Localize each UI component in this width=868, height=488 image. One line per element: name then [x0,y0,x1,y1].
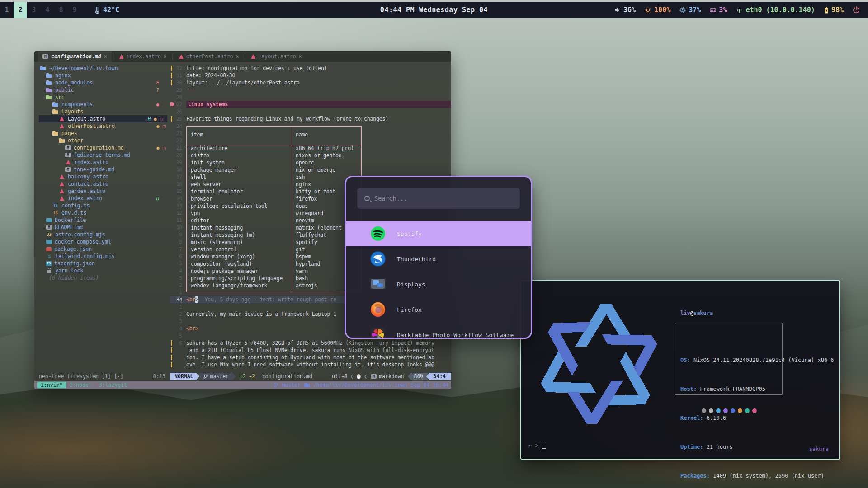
tab-otherpost-astro[interactable]: otherPost.astro × [175,51,244,62]
fastfetch-terminal-window: liv@sakura OS: NixOS 24.11.20240828.71e9… [520,280,840,460]
tree-item[interactable]: (6 hidden items) [39,274,170,282]
filetype-segment: M markdown [367,373,407,380]
tree-item[interactable]: components ● [39,101,170,108]
tree-item[interactable]: garden.astro [39,188,170,195]
tab-close-icon[interactable]: × [104,53,107,60]
tree-item[interactable]: docker-compose.yml [39,238,170,245]
tree-item[interactable]: contact.astro [39,180,170,188]
tree-item[interactable]: TS config.ts [39,202,170,209]
workspace-button[interactable]: 9 [68,2,81,18]
tree-item[interactable]: Dockerfile [39,216,170,224]
tree-item[interactable]: otherPost.astro ● □ [39,122,170,130]
tmux-window-nvim[interactable]: 1:nvim* [37,382,66,388]
tree-item[interactable]: pages [39,130,170,137]
workspace-button[interactable]: 1 [0,2,14,18]
tmux-window-lazygit[interactable]: 3:lazygit [95,382,131,388]
tree-item[interactable]: package.json [39,245,170,253]
tree-item[interactable]: JS astro.config.mjs [39,231,170,238]
shell-prompt[interactable]: ~ > [528,442,546,449]
editor-line[interactable]: 28 [170,94,451,101]
search-input[interactable]: Search... [357,188,520,209]
file-name: node_modules [55,80,93,86]
table-cell-item: package manager [187,167,292,173]
editor-line[interactable]: 27 Linux systems [170,101,451,108]
file-name: layouts [61,108,83,115]
tab-configuration-md[interactable]: M configuration.md × [38,51,112,62]
battery-indicator[interactable]: 98% [824,6,844,14]
table-row: editor neovim [187,217,361,224]
tree-item[interactable]: M configuration.md ● □ [39,144,170,151]
editor-line[interactable]: ion. I have a setup consisting of Hyprla… [170,354,451,361]
tree-item[interactable]: M README.md [39,224,170,231]
status-indicators: 36% 100% 37% 3% eth0 (10.0. [614,6,868,14]
tree-item[interactable]: ~/Development/liv.town [39,65,170,72]
file-type-icon: ≈ [46,253,52,259]
file-name: astro.config.mjs [55,231,105,238]
launcher-entry-spotify[interactable]: Spotify [346,221,531,246]
table-cell-item: web server [187,181,292,188]
gutter-sign [170,354,175,361]
line-text: <br> You, 5 days ago - feat: write rough… [186,296,336,303]
tree-item[interactable]: layouts [39,108,170,115]
workspace-button[interactable]: 2 [14,2,27,18]
tree-item[interactable]: balcony.astro [39,173,170,180]
editor-line[interactable]: 25 Favorite things regarding Linux and m… [170,115,451,122]
launcher-entry-darktable[interactable]: Darktable Photo Workflow Software [346,322,531,339]
tree-item[interactable]: Layout.astro H ● □ [39,115,167,122]
tree-item[interactable]: index.astro H [39,195,170,202]
editor-line[interactable]: and a 2TB (Crucial P5 Plus) NVMe drive. … [170,347,451,354]
file-name: yarn.lock [55,267,83,274]
line-text: title: configuration for devices i use (… [186,65,327,71]
memory-indicator[interactable]: 3% [710,6,727,14]
tab-close-icon[interactable]: × [164,53,167,60]
tab-close-icon[interactable]: × [236,53,239,60]
tree-item[interactable]: TS tsconfig.json [39,260,170,267]
workspace-button[interactable]: 4 [41,2,54,18]
workspace-button[interactable]: 3 [27,2,41,18]
table-header-item: item [191,131,203,138]
launcher-entry-firefox[interactable]: Firefox [346,297,531,322]
table-cell-item: instant messaging [187,225,292,231]
file-type-icon [59,123,65,129]
tree-item[interactable]: node_modules E [39,79,170,86]
editor-line[interactable]: 6 sakura has a Ryzen 5 7640U, 32GB of DD… [170,339,451,347]
workspace-button[interactable]: 8 [54,2,68,18]
tree-item[interactable]: src [39,94,170,101]
editor-line[interactable]: ove. I use Nix when I need software with… [170,361,451,368]
spotify-icon [370,225,386,242]
brightness-indicator[interactable]: 100% [645,6,670,14]
tab-close-icon[interactable]: × [299,53,302,60]
markdown-table: item name architecture x86_64 (rip m2 pr… [186,126,362,292]
gutter-sign [170,310,175,318]
tree-item[interactable]: nginx [39,72,170,79]
table-cell-item: compositor (wayland) [187,261,292,267]
volume-indicator[interactable]: 36% [614,6,636,14]
launcher-entry-displays[interactable]: Displays [346,272,531,297]
tree-item[interactable]: TS env.d.ts [39,209,170,216]
tree-item[interactable]: ≈ tailwind.config.mjs [39,253,170,260]
editor-line[interactable]: 26 [170,108,451,115]
network-indicator[interactable]: eth0 (10.0.0.140) [736,6,815,14]
file-type-icon [59,181,65,187]
tab-layout-astro[interactable]: Layout.astro × [246,51,306,62]
launcher-entry-thunderbird[interactable]: Thunderbird [346,246,531,272]
file-type-icon [65,160,71,165]
editor-line[interactable]: 32 title: configuration for devices i us… [170,65,451,72]
table-cell-item: music (streaming) [187,239,292,245]
tree-item[interactable]: M tone-guide.md [39,166,170,173]
tree-item[interactable]: M fediverse-terms.md [39,151,170,159]
cpu-indicator[interactable]: 37% [679,6,701,14]
power-button[interactable] [853,6,860,14]
tree-item[interactable]: index.astro [39,159,170,166]
editor-line[interactable]: 30 layout: ../../layouts/otherPost.astro [170,79,451,86]
editor-line[interactable]: 31 date: 2024-08-30 [170,72,451,79]
tree-item[interactable]: other [39,137,170,144]
table-cell-item: init system [187,160,292,166]
editor-lines-top: 32 title: configuration for devices i us… [170,65,451,122]
editor-line[interactable]: 29 --- [170,86,451,94]
tree-item[interactable]: public ? [39,86,170,94]
tmux-window-node[interactable]: 2:node- [66,382,95,388]
tree-item[interactable]: yarn.lock [39,267,170,274]
file-name: index.astro [68,195,102,202]
tab-index-astro[interactable]: index.astro × [115,51,171,62]
